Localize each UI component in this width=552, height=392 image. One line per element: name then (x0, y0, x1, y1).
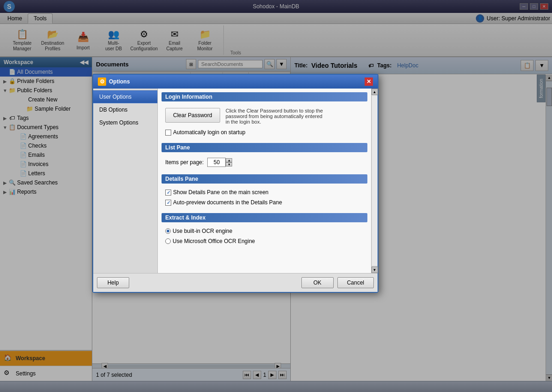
auto-login-label: Automatically login on startup (173, 129, 246, 136)
details-pane-header: Details Pane (162, 174, 367, 184)
auto-login-row: Automatically login on startup (162, 127, 367, 137)
dialog-body: User Options DB Options System Options L… (93, 89, 378, 273)
ocr-ms-radio[interactable] (165, 238, 171, 244)
scrollbar-down-button[interactable]: ▼ (372, 267, 378, 273)
dialog-title-icon: ⚙ (98, 77, 106, 86)
show-details-row: ✓ Show Details Pane on the main screen (162, 187, 367, 197)
extract-index-header: Extract & Index (162, 213, 367, 222)
extract-index-section: Extract & Index Use built-in OCR engine … (162, 213, 367, 246)
ok-cancel-group: OK Cancel (301, 277, 374, 288)
auto-login-checkbox[interactable] (165, 130, 171, 136)
options-dialog: ⚙ Options ✕ User Options DB Options Syst… (92, 74, 378, 293)
items-per-page-input[interactable] (207, 158, 226, 167)
scrollbar-thumb[interactable] (372, 96, 378, 266)
dialog-nav-user-options[interactable]: User Options (93, 90, 157, 103)
dialog-title-text: Options (109, 78, 130, 85)
items-per-page-row: Items per page: ▲ ▼ (162, 156, 367, 169)
show-details-checkbox[interactable]: ✓ (165, 190, 171, 196)
ocr-builtin-radio[interactable] (165, 228, 171, 234)
show-details-label: Show Details Pane on the main screen (173, 189, 269, 196)
dialog-content: Login Information Clear Password Click t… (158, 89, 371, 273)
cancel-button[interactable]: Cancel (337, 277, 374, 288)
dialog-footer: Help OK Cancel (93, 273, 378, 292)
ok-button[interactable]: OK (301, 277, 334, 288)
spinner-buttons: ▲ ▼ (226, 158, 232, 166)
items-per-page-label: Items per page: (165, 159, 204, 166)
dialog-title-bar: ⚙ Options ✕ (93, 75, 378, 89)
list-pane-header: List Pane (162, 143, 367, 152)
clear-password-button[interactable]: Clear Password (165, 108, 220, 123)
ocr-builtin-row: Use built-in OCR engine (162, 226, 367, 236)
dialog-close-button[interactable]: ✕ (365, 77, 373, 86)
check-mark: ✓ (167, 200, 170, 205)
check-mark: ✓ (167, 190, 170, 195)
spin-down-button[interactable]: ▼ (226, 162, 232, 166)
details-pane-section: Details Pane ✓ Show Details Pane on the … (162, 174, 367, 208)
clear-password-row: Clear Password Click the Clear Password … (162, 105, 367, 127)
list-pane-section: List Pane Items per page: ▲ ▼ (162, 143, 367, 169)
login-section-header: Login Information (162, 92, 367, 101)
clear-password-desc: Click the Clear Password button to stop … (226, 108, 327, 125)
auto-preview-checkbox[interactable]: ✓ (165, 200, 171, 206)
help-button[interactable]: Help (97, 277, 129, 288)
spin-up-button[interactable]: ▲ (226, 158, 232, 162)
ocr-builtin-label: Use built-in OCR engine (173, 228, 232, 234)
auto-preview-label: Auto-preview documents in the Details Pa… (173, 199, 282, 206)
dialog-nav-db-options[interactable]: DB Options (93, 103, 157, 116)
dialog-nav-system-options[interactable]: System Options (93, 116, 157, 129)
dialog-overlay: ⚙ Options ✕ User Options DB Options Syst… (0, 0, 552, 392)
dialog-scrollbar: ▲ ▼ (371, 89, 378, 273)
ocr-ms-row: Use Microsoft Office OCR Engine (162, 236, 367, 246)
ocr-ms-label: Use Microsoft Office OCR Engine (173, 238, 255, 244)
auto-preview-row: ✓ Auto-preview documents in the Details … (162, 197, 367, 208)
login-section: Login Information Clear Password Click t… (162, 92, 367, 137)
scrollbar-up-button[interactable]: ▲ (372, 89, 378, 95)
dialog-nav: User Options DB Options System Options (93, 89, 158, 273)
